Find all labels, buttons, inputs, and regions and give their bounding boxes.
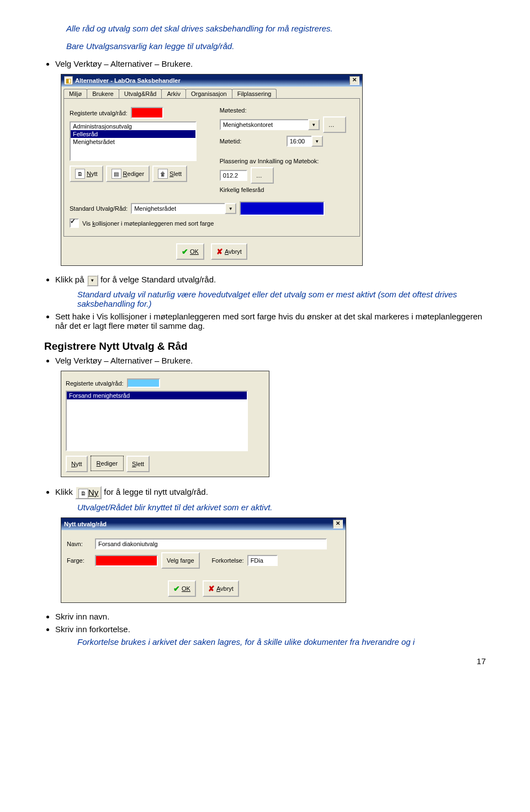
check-icon: ✔ (182, 247, 188, 256)
navn-input[interactable]: Forsand diakoniutvalg (95, 538, 327, 549)
browse-button[interactable]: … (323, 116, 346, 133)
motetid-dropdown[interactable]: 16:00 ▼ (287, 136, 323, 147)
dialog-alternativer-icon: ◧ (64, 76, 73, 85)
avbryt-button[interactable]: ✘Avbryt (211, 243, 247, 260)
page-number: 17 (44, 656, 486, 666)
dialog-alternativer: ◧ Alternativer - LabOra Saksbehandler ✕ … (61, 74, 363, 266)
close-icon[interactable]: ✕ (349, 76, 359, 85)
farge-swatch (95, 555, 158, 567)
reg-label: Registerte utvalg/råd: (70, 110, 128, 116)
chevron-down-icon[interactable]: ▼ (311, 136, 323, 147)
plassering-label: Plassering av Innkalling og Møtebok: (220, 158, 319, 164)
ok-button-2[interactable]: ✔OK (168, 580, 196, 597)
reg-label-2: Registerte utvalg/råd: (66, 380, 124, 387)
dialog-reg-utvalg: Registerte utvalg/råd: Forsand menighets… (61, 371, 269, 477)
chevron-down-icon[interactable]: ▼ (308, 119, 320, 130)
slett-button[interactable]: 🗑Slett (152, 165, 187, 182)
dialog-nytt-utvalg: Nytt utvalg/råd ✕ Navn: Forsand diakoniu… (61, 517, 346, 603)
italic-forkortelse: Forkortelse brukes i arkivet der saken l… (77, 637, 486, 647)
tab-arkiv[interactable]: Arkiv (161, 89, 186, 98)
new-file-icon: 🗎 (78, 489, 88, 499)
x-icon: ✘ (208, 584, 215, 593)
tab-miljo[interactable]: Miljø (63, 89, 87, 98)
farge-label: Farge: (67, 557, 92, 564)
heading-registrere: Registrere Nytt Utvalg & Råd (44, 340, 486, 352)
rediger-button-2[interactable]: Rediger (91, 456, 124, 471)
tab-filplassering[interactable]: Filplassering (232, 89, 277, 98)
check-icon: ✔ (173, 584, 180, 593)
vis-kollisjoner-label: Vis kollisjoner i møteplanleggeren med s… (82, 220, 214, 227)
std-dropdown[interactable]: Menighetsrådet ▼ (131, 203, 236, 214)
color-swatch (131, 107, 163, 119)
list-item[interactable]: Fellesråd (71, 130, 195, 138)
slett-button-2[interactable]: Slett (126, 456, 150, 472)
intro-line1: Alle råd og utvalg som det skal drives s… (66, 24, 486, 33)
browse-button[interactable]: … (251, 167, 274, 184)
ok-button[interactable]: ✔OK (176, 243, 204, 260)
bullet-velg-2: Velg Verktøy – Alternativer – Brukere. (55, 356, 486, 365)
color-swatch-2 (127, 378, 160, 388)
std-label: Standard Utvalg/Råd: (70, 205, 128, 212)
list-item[interactable]: Menighetsrådet (71, 138, 195, 146)
tabs: Miljø Brukere Utvalg&Råd Arkiv Organisas… (61, 87, 362, 98)
navn-label: Navn: (67, 541, 92, 547)
edit-icon: ▤ (112, 169, 121, 179)
nytt-button[interactable]: 🗎Nytt (70, 165, 103, 182)
motested-label: Møtested: (220, 107, 247, 114)
bullet-sett-hake: Sett hake i Vis kollisjoner i møteplanle… (55, 312, 486, 330)
utvalg-listbox-2[interactable]: Forsand menighetsråd (66, 391, 248, 451)
utvalg-listbox[interactable]: Administrasjonsutvalg Fellesråd Menighet… (70, 121, 197, 161)
close-icon[interactable]: ✕ (333, 520, 343, 528)
tab-utvalg-rad[interactable]: Utvalg&Råd (119, 89, 162, 98)
nytt-button-2[interactable]: Nytt (66, 456, 88, 472)
dialog-alternativer-title: Alternativer - LabOra Saksbehandler (75, 77, 349, 84)
italic-utvalg: Utvalget/Rådet blir knyttet til det arki… (77, 503, 486, 512)
chevron-down-icon[interactable]: ▼ (225, 203, 236, 214)
bullet-klikk-dropdown: Klikk på ▼ for å velge Standard utvalg/r… (55, 275, 486, 308)
bullet-klikk-ny: Klikk 🗎Ny for å legge til nytt utvalg/rå… (55, 486, 486, 512)
rediger-button[interactable]: ▤Rediger (106, 165, 150, 182)
forkortelse-input[interactable]: FDia (247, 555, 278, 566)
italic-standard: Standard utvalg vil naturlig være hovedu… (77, 290, 486, 308)
std-color-swatch (240, 201, 325, 216)
list-item[interactable]: Administrasjonsutvalg (71, 122, 195, 130)
new-file-icon: 🗎 (75, 169, 85, 179)
plass-input[interactable]: 012.2 (220, 170, 247, 181)
bullet-skriv-forkortelse: Skriv inn forkortelse. Forkortelse bruke… (55, 624, 486, 647)
x-icon: ✘ (216, 247, 223, 256)
intro-line2: Bare Utvalgsansvarlig kan legge til utva… (66, 41, 486, 51)
list-item[interactable]: Forsand menighetsråd (67, 392, 247, 399)
trash-icon: 🗑 (158, 169, 168, 179)
bullet-skriv-navn: Skriv inn navn. (55, 612, 486, 621)
bullet-velg-1: Velg Verktøy – Alternativer – Brukere. (55, 59, 486, 68)
dialog-nytt-title: Nytt utvalg/råd (64, 521, 333, 527)
plass-text: Kirkelig fellesråd (220, 186, 264, 193)
vis-kollisjoner-checkbox[interactable] (70, 218, 79, 228)
velg-farge-button[interactable]: Velg farge (161, 552, 200, 569)
motetid-label: Møtetid: (220, 138, 283, 145)
forkortelse-label: Forkortelse: (212, 557, 244, 564)
tab-organisasjon[interactable]: Organisasjon (186, 89, 232, 98)
motested-dropdown[interactable]: Menighetskontoret ▼ (220, 119, 320, 130)
avbryt-button-2[interactable]: ✘Avbryt (203, 580, 239, 597)
chevron-down-icon: ▼ (88, 276, 97, 285)
tab-brukere[interactable]: Brukere (87, 89, 119, 98)
